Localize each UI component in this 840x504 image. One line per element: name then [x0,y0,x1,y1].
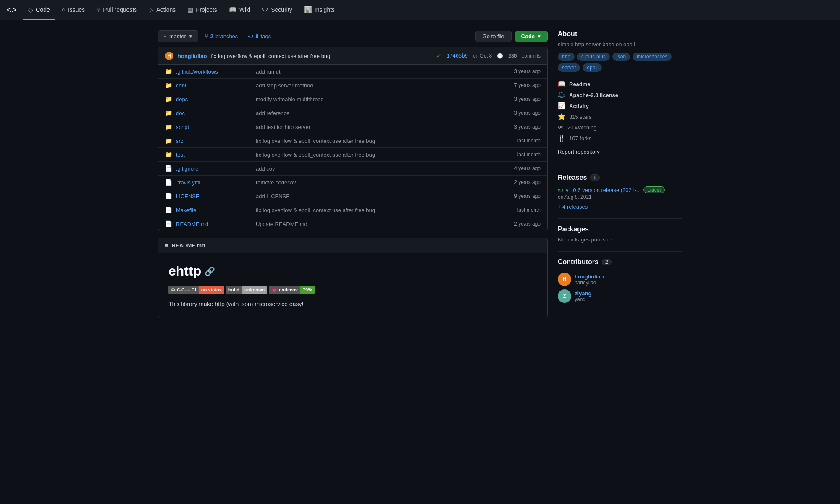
file-time: 3 years ago [503,68,541,74]
file-commit-message: remove codecov [256,179,499,186]
file-name[interactable]: conf [176,82,252,89]
more-releases-link[interactable]: + 4 releases [558,204,588,210]
table-row: 📁srcfix log overflow & epoll_context use… [158,134,547,148]
meta-link[interactable]: Activity [569,103,589,109]
table-row: 📄Makefilefix log overflow & epoll_contex… [158,203,547,217]
nav-security-label: Security [271,6,292,13]
readme-title: ehttp 🔗 [168,263,537,279]
releases-count-badge: 5 [590,174,600,181]
folder-icon: 📁 [165,68,172,75]
code-btn-label: Code [521,33,535,39]
nav-wiki-label: Wiki [239,6,250,13]
commit-hash[interactable]: 17405b9 [446,53,468,59]
topic-tag[interactable]: json [612,52,630,61]
file-icon: 📄 [165,179,172,186]
code-button[interactable]: Code ▼ [515,31,548,42]
meta-link[interactable]: Readme [569,81,591,87]
meta-icon: ⚖️ [558,91,566,99]
file-name[interactable]: script [176,124,252,130]
code-btn-chevron: ▼ [537,34,541,39]
report-repository-link[interactable]: Report repository [558,147,682,157]
topic-tag[interactable]: server [558,63,580,72]
file-icon: 📄 [165,207,172,213]
file-commit-message: add reference [256,110,499,116]
svg-text:H: H [168,54,171,58]
nav-item-security[interactable]: 🛡 Security [257,0,297,20]
topic-tag[interactable]: http [558,52,575,61]
repo-top-bar: ⑂ master ▼ ⑂ 2 branches 🏷 8 tags Go to f… [158,30,548,42]
meta-icon: 📖 [558,80,566,88]
folder-icon: 📁 [165,110,172,116]
site-logo: <> [7,5,16,15]
file-commit-message: fix log overflow & epoll_context use aft… [256,207,499,213]
file-time: 3 years ago [503,96,541,102]
clock-icon: 🕐 [497,53,503,59]
contributors-title: Contributors 2 [558,258,682,266]
contributor-name-group: hongliuliaoharleyliao [575,273,604,286]
nav-item-issues[interactable]: ○ Issues [57,0,90,20]
branches-link[interactable]: ⑂ 2 branches [202,31,242,42]
topic-tag[interactable]: microservices [633,52,672,61]
contributor-username[interactable]: hongliuliao [575,273,604,280]
nav-item-pull-requests[interactable]: ⑂ Pull requests [92,0,142,20]
releases-title: Releases 5 [558,174,682,181]
topic-tags: httpc-plus-plusjsonmicroservicesserverep… [558,52,682,72]
file-name[interactable]: src [176,138,252,144]
meta-link[interactable]: Apache-2.0 license [569,92,618,98]
file-name[interactable]: .travis.yml [176,179,252,186]
commit-author-name[interactable]: hongliuliao [178,53,207,59]
meta-item[interactable]: 📈Activity [558,100,682,111]
file-name[interactable]: Makefile [176,207,252,213]
meta-item[interactable]: ⚖️Apache-2.0 license [558,89,682,100]
table-row: 📄.gitignoreadd cov4 years ago [158,162,547,176]
go-to-file-button[interactable]: Go to file [475,31,512,42]
nav-actions-label: Actions [156,6,176,13]
file-rows: 📁.github/workflowsadd run ut3 years ago📁… [158,65,547,231]
tags-link[interactable]: 🏷 8 tags [244,31,274,42]
file-icon: 📄 [165,165,172,172]
file-time: 2 years ago [503,179,541,185]
nav-item-code[interactable]: ◇ Code [23,0,55,20]
nav-item-actions[interactable]: ▷ Actions [144,0,181,20]
build-badge[interactable]: build unknown [226,286,268,294]
badge-row: ⚙ C/C++ CI no status build unknown [168,286,537,294]
ci-badge-left: ⚙ C/C++ CI [168,286,199,294]
file-time: 3 years ago [503,124,541,130]
file-name[interactable]: .github/workflows [176,68,252,75]
commit-meta: ✓ 17405b9 on Oct 8 🕐 286 commits [436,52,541,59]
readme-section: ≡ README.md ehttp 🔗 ⚙ C/C++ CI no status [158,238,548,318]
topic-tag[interactable]: c-plus-plus [577,52,610,61]
meta-label: 315 stars [569,114,591,120]
nav-item-insights[interactable]: 📊 Insights [299,0,340,20]
pr-icon: ⑂ [97,6,100,13]
meta-item[interactable]: 📖Readme [558,79,682,89]
file-name[interactable]: README.md [176,221,252,227]
tags-count: 8 [255,33,258,39]
ci-badge[interactable]: ⚙ C/C++ CI no status [168,286,224,294]
release-name[interactable]: v1.0.6 version release (2021-... [566,187,641,193]
nav-item-projects[interactable]: ▦ Projects [182,0,222,20]
file-name[interactable]: LICENSE [176,193,252,200]
link-icon[interactable]: 🔗 [205,266,215,276]
contributor-username[interactable]: zlyang [575,290,591,297]
file-name[interactable]: doc [176,110,252,116]
github-icon: ⚙ [171,287,175,293]
nav-item-wiki[interactable]: 📖 Wiki [224,0,255,20]
file-name[interactable]: test [176,152,252,158]
commit-date: on Oct 8 [473,53,492,59]
codecov-badge[interactable]: 💗 codecov 79% [269,286,315,294]
codecov-badge-left-text: codecov [279,287,298,292]
projects-icon: ▦ [187,6,193,13]
branch-selector[interactable]: ⑂ master ▼ [158,30,198,42]
content-main: ⑂ master ▼ ⑂ 2 branches 🏷 8 tags Go to f… [158,30,548,318]
sidebar: About simple http server base on epoll h… [558,30,682,318]
file-name[interactable]: .gitignore [176,165,252,172]
contributor-handle: yang [575,297,591,302]
releases-title-text: Releases [558,174,587,181]
topic-tag[interactable]: epoll [583,63,601,72]
nav-pr-label: Pull requests [103,6,137,13]
file-name[interactable]: deps [176,96,252,102]
branch-icon: ⑂ [163,33,167,39]
branches-icon: ⑂ [205,33,208,39]
list-icon: ≡ [165,242,168,249]
